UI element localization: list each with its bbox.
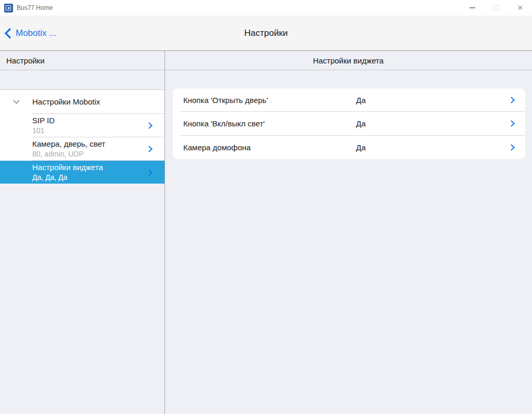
list-item-widget-settings[interactable]: Настройки виджета Да, Да, Да [0,161,164,184]
maximize-icon [493,5,499,10]
back-button[interactable]: Mobotix ... [4,16,56,50]
chevron-right-icon [508,144,515,151]
back-label: Mobotix ... [16,28,56,38]
widget-row-intercom-camera[interactable]: Камера домофона Да [173,136,525,159]
list-item-camera-door-light[interactable]: Камера, дверь, свет 80, admin, UDP [0,137,164,160]
settings-group-header[interactable]: Настройки Mobotix [0,90,164,113]
widget-row-label: Кнопка 'Вкл/выкл свет' [183,119,356,128]
maximize-button[interactable] [484,0,508,16]
chevron-right-icon [508,97,515,104]
window-controls: ✕ [460,0,532,16]
chevron-right-icon [146,122,153,129]
widget-row-label: Камера домофона [183,143,356,152]
app-logo-center-dot [8,7,9,9]
list-item-subtitle: 80, admin, UDP [32,149,147,159]
back-chevron-icon [4,28,11,39]
app-window: Bus77 Home ✕ Настройки Mobotix ... Настр… [0,0,532,414]
right-panel-header: Настройки виджета [164,51,532,70]
panel-headers: Настройки Настройки виджета [0,51,532,70]
list-item-subtitle: Да, Да, Да [32,173,147,182]
widget-row-value: Да [356,119,509,128]
list-item-title: Камера, дверь, свет [32,139,147,149]
widget-row-open-door[interactable]: Кнопка 'Открыть дверь' Да [173,88,525,112]
list-item-title: Настройки виджета [32,162,147,173]
group-label: Настройки Mobotix [32,97,147,106]
window-title: Bus77 Home [17,4,53,11]
settings-list: Настройки Mobotix SIP ID 101 Камера, две… [0,89,164,184]
minimize-icon [470,7,475,8]
chevron-right-icon [508,121,515,127]
chevron-right-icon [146,146,153,152]
widget-settings-card: Кнопка 'Открыть дверь' Да Кнопка 'Вкл/вы… [173,88,525,159]
widget-row-label: Кнопка 'Открыть дверь' [183,96,356,105]
chevron-right-icon [146,169,153,176]
chevron-down-icon [13,97,20,104]
close-button[interactable]: ✕ [508,0,532,16]
navbar: Настройки Mobotix ... [0,16,532,51]
list-item-subtitle: 101 [32,126,147,135]
widget-row-value: Да [356,143,509,152]
titlebar: Bus77 Home ✕ [0,0,532,16]
page-title: Настройки [0,16,532,50]
panel-divider [164,51,165,414]
list-item-title: SIP ID [32,115,147,126]
close-icon: ✕ [517,4,523,11]
left-panel-header: Настройки [0,51,164,70]
list-item-sip-id[interactable]: SIP ID 101 [0,114,164,137]
widget-row-value: Да [356,96,509,105]
minimize-button[interactable] [460,0,484,16]
widget-row-light-toggle[interactable]: Кнопка 'Вкл/выкл свет' Да [173,112,525,135]
app-logo-icon [4,4,13,12]
